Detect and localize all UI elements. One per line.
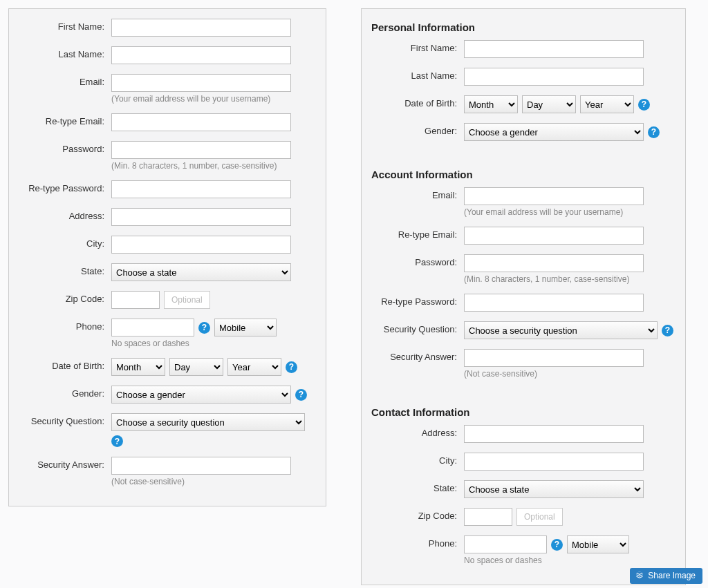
state-label: State: — [15, 263, 111, 276]
security-answer-label: Security Answer: — [367, 349, 464, 362]
security-answer-hint: (Not case-sensitive) — [111, 477, 315, 486]
dob-day-select[interactable]: Day — [522, 95, 576, 113]
phone-input[interactable] — [464, 535, 547, 553]
phone-type-select[interactable]: Mobile — [567, 535, 629, 553]
phone-type-select[interactable]: Mobile — [214, 319, 277, 336]
password-hint: (Min. 8 characters, 1 number, case-sensi… — [464, 274, 674, 284]
address-label: Address: — [15, 208, 111, 221]
help-icon[interactable]: ? — [198, 322, 210, 334]
dob-label: Date of Birth: — [15, 358, 111, 371]
address-input[interactable] — [111, 208, 291, 226]
password-label: Password: — [367, 254, 464, 267]
security-answer-input[interactable] — [464, 349, 644, 367]
help-icon[interactable]: ? — [551, 539, 563, 551]
security-question-label: Security Question: — [15, 413, 111, 426]
state-label: State: — [367, 480, 464, 493]
help-icon[interactable]: ? — [286, 361, 297, 373]
first-name-label: First Name: — [367, 40, 464, 53]
dob-month-select[interactable]: Month — [464, 95, 518, 113]
retype-email-label: Re-type Email: — [15, 113, 111, 126]
city-label: City: — [15, 236, 111, 249]
zip-label: Zip Code: — [15, 291, 111, 304]
dob-label: Date of Birth: — [367, 95, 464, 108]
password-input[interactable] — [111, 141, 291, 159]
retype-email-label: Re-type Email: — [367, 227, 464, 240]
dob-year-select[interactable]: Year — [227, 358, 281, 376]
retype-password-input[interactable] — [464, 294, 644, 312]
layers-icon — [635, 571, 644, 580]
gender-select[interactable]: Choose a gender — [464, 123, 644, 141]
city-input[interactable] — [111, 236, 291, 254]
retype-password-input[interactable] — [111, 180, 291, 198]
first-name-input[interactable] — [464, 40, 644, 58]
first-name-input[interactable] — [111, 19, 291, 37]
phone-label: Phone: — [367, 535, 464, 549]
help-icon[interactable]: ? — [648, 126, 660, 138]
city-input[interactable] — [464, 453, 644, 471]
phone-hint: No spaces or dashes — [464, 556, 674, 565]
share-image-label: Share Image — [648, 571, 696, 580]
email-label: Email: — [15, 74, 111, 87]
retype-password-label: Re-type Password: — [367, 294, 464, 307]
phone-hint: No spaces or dashes — [111, 339, 315, 348]
email-hint: (Your email address will be your usernam… — [464, 207, 674, 217]
gender-select[interactable]: Choose a gender — [111, 386, 291, 404]
last-name-label: Last Name: — [15, 46, 111, 59]
help-icon[interactable]: ? — [638, 99, 650, 111]
left-form-panel: First Name: Last Name: Email: (Your emai… — [8, 8, 326, 506]
phone-label: Phone: — [15, 319, 111, 332]
zip-label: Zip Code: — [367, 508, 464, 521]
retype-password-label: Re-type Password: — [15, 180, 111, 193]
help-icon[interactable]: ? — [662, 325, 673, 336]
address-label: Address: — [367, 425, 464, 438]
gender-label: Gender: — [367, 123, 464, 136]
right-form-panel: Personal Information First Name: Last Na… — [361, 8, 686, 585]
help-icon[interactable]: ? — [111, 435, 123, 447]
email-input[interactable] — [111, 74, 291, 92]
security-question-label: Security Question: — [367, 321, 464, 334]
retype-email-input[interactable] — [464, 227, 644, 245]
city-label: City: — [367, 453, 464, 466]
dob-day-select[interactable]: Day — [169, 358, 223, 376]
gender-label: Gender: — [15, 386, 111, 399]
contact-info-heading: Contact Information — [371, 406, 674, 418]
security-answer-hint: (Not case-sensitive) — [464, 369, 674, 379]
zip-input[interactable] — [111, 291, 160, 309]
address-input[interactable] — [464, 425, 644, 443]
email-label: Email: — [367, 187, 464, 200]
security-answer-label: Security Answer: — [15, 457, 111, 470]
last-name-input[interactable] — [111, 46, 291, 64]
zip-input[interactable] — [464, 508, 512, 526]
share-image-button[interactable]: Share Image — [630, 568, 702, 584]
phone-input[interactable] — [111, 319, 194, 336]
last-name-label: Last Name: — [367, 68, 464, 81]
account-info-heading: Account Information — [371, 169, 674, 180]
security-answer-input[interactable] — [111, 457, 291, 475]
state-select[interactable]: Choose a state — [111, 263, 291, 281]
personal-info-heading: Personal Information — [371, 21, 674, 33]
help-icon[interactable]: ? — [295, 389, 307, 401]
password-label: Password: — [15, 141, 111, 154]
dob-year-select[interactable]: Year — [580, 95, 634, 113]
security-question-select[interactable]: Choose a security question — [111, 413, 305, 431]
last-name-input[interactable] — [464, 68, 644, 86]
password-hint: (Min. 8 characters, 1 number, case-sensi… — [111, 161, 315, 171]
first-name-label: First Name: — [15, 19, 111, 32]
state-select[interactable]: Choose a state — [464, 480, 644, 498]
dob-month-select[interactable]: Month — [111, 358, 165, 376]
email-input[interactable] — [464, 187, 644, 205]
retype-email-input[interactable] — [111, 113, 291, 131]
password-input[interactable] — [464, 254, 644, 272]
zip-optional-button[interactable]: Optional — [516, 508, 563, 526]
security-question-select[interactable]: Choose a security question — [464, 321, 658, 339]
zip-optional-button[interactable]: Optional — [164, 291, 210, 309]
email-hint: (Your email address will be your usernam… — [111, 94, 315, 104]
